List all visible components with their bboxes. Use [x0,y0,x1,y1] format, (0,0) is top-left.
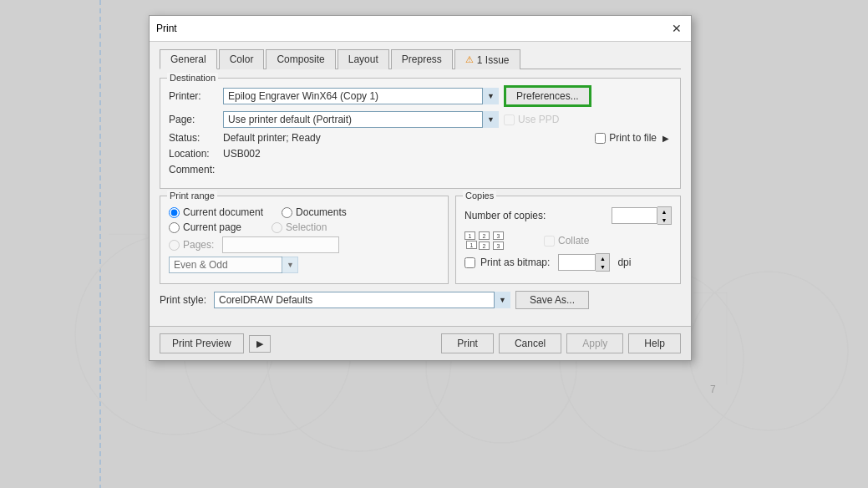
current-page-label[interactable]: Current page [169,221,241,233]
destination-section: Destination Printer: Epilog Engraver Win… [160,78,681,189]
printer-row: Printer: Epilog Engraver WinX64 (Copy 1)… [169,85,672,107]
collate-page-5: 3 [493,231,504,240]
collate-page-group-2: 2 2 [479,231,490,250]
collate-page-group-3: 3 3 [493,231,504,250]
comment-row: Comment: [169,164,672,175]
dpi-spinner-buttons: ▲ ▼ [596,253,610,272]
location-label: Location: [169,148,223,160]
dialog-content: General Color Composite Layout Prepress … [150,42,691,326]
print-style-select-wrapper: CorelDRAW Defaults ▼ [214,292,510,308]
use-ppd-checkbox[interactable] [504,114,515,125]
copies-spinner-buttons: ▲ ▼ [657,206,672,225]
dialog-titlebar: Print ✕ [150,16,691,42]
collate-page-2: 1 [466,241,477,249]
print-to-file-row: Print to file ▶ [321,132,672,144]
warning-icon: ⚠ [465,54,474,65]
copies-spinner: 1 ▲ ▼ [612,206,672,225]
print-style-row: Print style: CorelDRAW Defaults ▼ Save A… [160,291,681,309]
print-button[interactable]: Print [441,333,494,353]
print-to-file-label: Print to file [609,132,657,144]
use-ppd-row: Use PPD [504,114,559,125]
printer-select-wrapper: Epilog Engraver WinX64 (Copy 1) ▼ [223,88,499,104]
collate-page-1: 1 [464,231,475,240]
printer-label: Printer: [169,90,223,102]
print-as-bitmap-checkbox[interactable] [464,257,475,268]
current-page-row: Current page Selection [169,221,439,233]
current-document-label[interactable]: Current document [169,206,263,218]
collate-page-group-1: 1 1 [464,231,475,250]
play-button[interactable]: ▶ [249,335,271,353]
collate-checkbox[interactable] [544,236,555,247]
copies-input[interactable]: 1 [612,207,657,224]
tab-composite[interactable]: Composite [266,49,335,69]
status-value: Default printer; Ready [223,132,321,144]
page-row: Page: Use printer default (Portrait) ▼ U… [169,111,672,128]
tab-color[interactable]: Color [219,49,265,69]
tab-issues[interactable]: ⚠ 1 Issue [454,49,520,69]
current-page-radio[interactable] [169,222,180,233]
selection-radio[interactable] [272,222,282,233]
collate-page-4: 2 [479,241,490,250]
print-style-select[interactable]: CorelDRAW Defaults [214,292,510,308]
bottom-panels: Print range Current document Documents C… [160,196,681,284]
status-label: Status: [169,132,223,144]
number-of-copies-label: Number of copies: [464,210,612,221]
status-row: Status: Default printer; Ready Print to … [169,132,672,144]
location-row: Location: USB002 [169,148,672,160]
apply-button[interactable]: Apply [566,333,623,353]
even-odd-row: Even & Odd Even Odd ▼ [169,257,439,273]
tab-prepress[interactable]: Prepress [391,49,453,69]
collate-page-3: 2 [479,231,490,240]
selection-label[interactable]: Selection [272,221,327,233]
current-document-radio[interactable] [169,207,180,218]
collate-checkbox-row: Collate [544,235,589,247]
svg-point-6 [689,272,848,430]
dpi-unit-label: dpi [617,257,631,268]
dpi-spinner: 300 ▲ ▼ [558,253,610,272]
page-select-wrapper: Use printer default (Portrait) ▼ [223,111,499,128]
tab-bar: General Color Composite Layout Prepress … [160,48,681,69]
dialog-footer: Print Preview ▶ Print Cancel Apply Help [150,326,691,360]
pages-radio[interactable] [169,240,180,251]
page-select[interactable]: Use printer default (Portrait) [223,111,499,128]
location-value: USB002 [223,148,261,160]
documents-label[interactable]: Documents [282,206,347,218]
dialog-title: Print [156,23,177,34]
help-button[interactable]: Help [628,333,681,353]
copies-legend: Copies [463,191,496,201]
print-preview-button[interactable]: Print Preview [160,333,244,353]
print-style-label: Print style: [160,294,214,306]
print-to-file-checkbox[interactable] [595,133,606,144]
documents-radio[interactable] [282,207,292,218]
copies-decrement-button[interactable]: ▼ [657,216,671,224]
close-button[interactable]: ✕ [669,21,684,36]
cancel-button[interactable]: Cancel [499,333,561,353]
tab-general[interactable]: General [160,49,217,69]
preferences-button[interactable]: Preferences... [504,85,591,107]
save-as-button[interactable]: Save As... [515,291,589,309]
number-of-copies-row: Number of copies: 1 ▲ ▼ [464,206,672,225]
destination-legend: Destination [167,73,218,83]
print-to-file-arrow-icon[interactable]: ▶ [660,132,672,144]
print-range-section: Print range Current document Documents C… [160,196,449,284]
print-range-legend: Print range [167,191,217,201]
current-document-row: Current document Documents [169,206,439,218]
even-odd-select[interactable]: Even & Odd Even Odd [169,257,298,273]
svg-text:7: 7 [710,384,716,395]
tab-layout[interactable]: Layout [338,49,389,69]
comment-label: Comment: [169,164,223,175]
copies-section: Copies Number of copies: 1 ▲ ▼ [455,196,681,284]
even-odd-select-wrapper: Even & Odd Even Odd ▼ [169,257,298,273]
dpi-decrement-button[interactable]: ▼ [596,262,609,271]
print-as-bitmap-label: Print as bitmap: [480,257,550,268]
pages-input[interactable]: 1 [222,236,339,253]
collate-icon: 1 1 2 2 3 3 [464,231,504,250]
pages-label[interactable]: Pages: [169,239,214,251]
dpi-input[interactable]: 300 [558,254,596,271]
printer-select[interactable]: Epilog Engraver WinX64 (Copy 1) [223,88,499,104]
collate-page-6: 3 [493,241,504,250]
dpi-increment-button[interactable]: ▲ [596,254,609,262]
copies-increment-button[interactable]: ▲ [657,207,671,216]
use-ppd-label: Use PPD [518,114,559,125]
print-dialog: Print ✕ General Color Composite Layout P… [149,15,692,361]
